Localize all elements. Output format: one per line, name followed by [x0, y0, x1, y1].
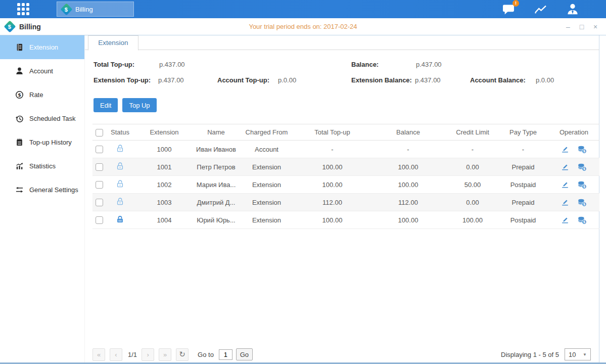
cell-name: Иван Иванов	[195, 141, 238, 158]
action-buttons: Edit Top Up	[94, 98, 157, 112]
go-button[interactable]: Go	[236, 348, 253, 360]
column-header-total-top-up: Total Top-up	[296, 124, 369, 141]
account-topup-value: p.0.00	[278, 76, 296, 84]
cell-credit-limit: 0.00	[447, 194, 498, 211]
sidebar-item-topup-history[interactable]: Top-up History	[0, 130, 84, 154]
cell-extension: 1001	[134, 158, 195, 176]
first-page-button[interactable]: «	[92, 348, 105, 361]
sidebar-item-statistics[interactable]: Statistics	[0, 154, 84, 178]
sidebar-item-account[interactable]: Account	[0, 59, 84, 83]
row-checkbox[interactable]	[96, 163, 103, 171]
sidebar-item-rate[interactable]: Rate	[0, 83, 84, 107]
column-header-name: Name	[195, 124, 238, 141]
select-all-checkbox[interactable]	[96, 129, 103, 136]
cell-balance: 112.00	[369, 194, 447, 211]
goto-page-input[interactable]	[219, 349, 232, 360]
page-indicator: 1/1	[128, 351, 137, 358]
apps-grid-icon[interactable]	[17, 3, 29, 15]
cell-extension: 1002	[134, 176, 195, 194]
cell-balance: 100.00	[369, 211, 447, 229]
cell-extension: 1003	[134, 194, 195, 211]
rate-icon	[15, 90, 24, 99]
taskbar-tab-label: Billing	[75, 6, 93, 13]
lock-closed-icon	[116, 215, 124, 223]
row-checkbox[interactable]	[96, 216, 103, 224]
notifications-icon[interactable]: !	[502, 4, 515, 15]
refresh-icon[interactable]: ↻	[176, 348, 189, 361]
cell-name: Дмитрий Д...	[195, 194, 238, 211]
cell-credit-limit: 0.00	[447, 158, 498, 176]
column-header-credit-limit: Credit Limit	[447, 124, 498, 141]
footer-right: Displaying 1 - 5 of 5 10 ▼	[501, 348, 591, 360]
sidebar-item-extension[interactable]: Extension	[0, 35, 84, 59]
minimize-icon[interactable]: –	[564, 23, 572, 31]
cell-total-topup: -	[296, 141, 369, 158]
window-titlebar: $ Billing Your trial period ends on: 201…	[0, 18, 606, 35]
page-size-select[interactable]: 10 ▼	[565, 348, 591, 360]
cell-operation	[548, 194, 599, 211]
lock-open-icon	[116, 179, 124, 188]
lock-open-icon	[116, 144, 124, 153]
user-account-icon[interactable]	[567, 4, 579, 15]
cell-name: Мария Ива...	[195, 176, 238, 194]
desktop-topbar: $ Billing !	[0, 0, 606, 18]
prev-page-button[interactable]: ‹	[110, 348, 122, 361]
account-topup-label: Account Top-up:	[217, 76, 269, 84]
tab-strip: Extension	[85, 35, 599, 50]
cell-charged-from: Extension	[238, 176, 296, 194]
sidebar-item-label: Account	[29, 67, 53, 75]
close-icon[interactable]: ×	[591, 23, 599, 31]
next-page-button[interactable]: ›	[142, 348, 154, 361]
sidebar-item-label: Rate	[29, 91, 43, 99]
topup-icon[interactable]	[577, 216, 587, 224]
sidebar-item-scheduled[interactable]: Scheduled Task	[0, 107, 84, 130]
notification-badge: !	[512, 0, 519, 7]
extension-icon	[15, 43, 24, 52]
table-row: 1001Петр ПетровExtension100.00100.000.00…	[92, 158, 599, 176]
maximize-icon[interactable]: □	[578, 23, 586, 31]
sidebar-item-settings[interactable]: General Settings	[0, 178, 84, 202]
table-row: 1002Мария Ива...Extension100.00100.0050.…	[92, 176, 599, 194]
account-balance-label: Account Balance:	[470, 76, 526, 84]
edit-icon[interactable]	[561, 198, 569, 206]
column-header-status: Status	[106, 124, 134, 141]
sidebar-item-label: Top-up History	[29, 139, 72, 146]
topup-icon[interactable]	[577, 198, 587, 207]
row-checkbox[interactable]	[96, 146, 103, 153]
cell-pay-type: Prepaid	[498, 194, 548, 211]
edit-button[interactable]: Edit	[94, 98, 118, 112]
cell-balance: -	[369, 141, 447, 158]
topup-icon[interactable]	[577, 180, 587, 189]
edit-icon[interactable]	[561, 180, 569, 189]
billing-app-icon: $	[60, 3, 72, 15]
topup-icon[interactable]	[577, 145, 587, 154]
row-checkbox[interactable]	[96, 199, 103, 206]
cell-total-topup: 100.00	[296, 211, 369, 229]
cell-pay-type: Postpaid	[498, 176, 548, 194]
goto-label: Go to	[198, 351, 214, 358]
cell-extension: 1000	[134, 141, 195, 158]
last-page-button[interactable]: »	[159, 348, 171, 361]
resource-monitor-icon[interactable]	[534, 4, 547, 15]
lock-open-icon	[116, 162, 124, 170]
cell-charged-from: Extension	[238, 211, 296, 229]
top-up-button[interactable]: Top Up	[122, 98, 156, 112]
cell-charged-from: Extension	[238, 194, 296, 211]
edit-icon[interactable]	[561, 163, 569, 171]
edit-icon[interactable]	[561, 216, 569, 224]
cell-total-topup: 100.00	[296, 158, 369, 176]
topup-icon[interactable]	[577, 163, 587, 171]
cell-status	[106, 211, 134, 229]
cell-total-topup: 112.00	[296, 194, 369, 211]
sidebar-item-label: General Settings	[29, 186, 78, 194]
edit-icon[interactable]	[561, 145, 569, 153]
total-topup-value: p.437.00	[159, 61, 185, 68]
row-checkbox[interactable]	[96, 181, 103, 189]
tab-extension[interactable]: Extension	[88, 35, 138, 51]
sidebar-item-label: Scheduled Task	[29, 115, 76, 122]
cell-status	[106, 141, 134, 158]
displaying-text: Displaying 1 - 5 of 5	[501, 351, 559, 358]
sidebar-item-label: Extension	[29, 43, 58, 51]
window-controls: – □ ×	[564, 23, 606, 31]
taskbar-tab-billing[interactable]: $ Billing	[57, 2, 134, 17]
